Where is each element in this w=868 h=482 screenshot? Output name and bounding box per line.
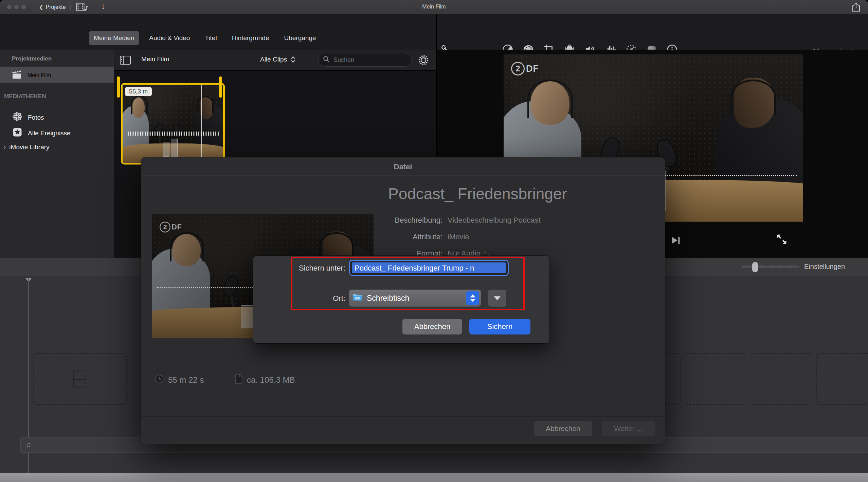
search-icon xyxy=(323,55,330,64)
field-label: Beschreibung: xyxy=(358,216,442,225)
dialog-cancel-button[interactable]: Abbrechen xyxy=(534,421,592,436)
sidebar-item-label: Alle Ereignisse xyxy=(28,130,71,137)
expand-sheet-button[interactable] xyxy=(488,290,506,307)
duration-info: 55 m 22 s xyxy=(155,374,204,386)
search-input[interactable] xyxy=(333,56,402,64)
dialog-title: Datei xyxy=(141,162,665,171)
zdf-logo: 2DF xyxy=(160,222,182,233)
clip-placeholder-icon xyxy=(73,371,86,388)
tab-titel[interactable]: Titel xyxy=(200,31,221,45)
browser-header: Mein Film Alle Clips xyxy=(114,50,436,71)
header-divider xyxy=(136,50,136,70)
search-field[interactable] xyxy=(318,53,412,67)
clapperboard-icon xyxy=(12,70,22,81)
timeline-placeholder-box xyxy=(751,353,812,405)
tab-hintergruende[interactable]: Hintergründe xyxy=(227,31,274,45)
field-value: iMovie xyxy=(448,233,469,241)
sidebar-item-alle-ereignisse[interactable]: Alle Ereignisse xyxy=(12,127,71,139)
browser-title: Mein Film xyxy=(141,55,169,63)
field-value[interactable]: Videobeschreibung Podcast_ xyxy=(448,216,545,225)
chevron-down-icon xyxy=(494,296,501,300)
trim-handle-left[interactable] xyxy=(117,76,120,98)
settings-button[interactable]: Einstellungen xyxy=(804,263,845,271)
updown-chevrons-icon xyxy=(290,55,296,64)
popup-stepper[interactable] xyxy=(466,291,479,305)
zoom-slider-thumb[interactable] xyxy=(752,262,758,273)
sheet-cancel-button[interactable]: Abbrechen xyxy=(402,319,462,334)
window-title: Mein Film xyxy=(0,4,868,10)
share-icon[interactable] xyxy=(852,2,861,13)
sidebar-item-label: iMovie Library xyxy=(9,143,49,151)
tab-uebergaenge[interactable]: Übergänge xyxy=(279,31,321,45)
sidebar-item-fotos[interactable]: Fotos xyxy=(12,111,44,123)
file-icon xyxy=(235,374,243,386)
dialog-footer-divider xyxy=(141,416,665,417)
attributes-row: Attribute: iMovie xyxy=(358,233,469,241)
sidebar-toggle-icon[interactable] xyxy=(120,55,131,66)
upper-band: Meine Medien Audio & Video Titel Hinterg… xyxy=(0,14,868,50)
skimmer-playhead-line xyxy=(201,85,202,163)
disclosure-chevron-icon[interactable]: › xyxy=(3,143,6,152)
zdf-logo: 2DF xyxy=(511,62,539,75)
clip-duration-badge: 55,3 m xyxy=(125,87,152,96)
fullscreen-expand-icon[interactable] xyxy=(776,233,788,245)
media-clip-thumbnail[interactable]: 55,3 m xyxy=(121,83,225,165)
location-value: Schreibtisch xyxy=(367,294,409,303)
sidebar-item-imovie-library[interactable]: › iMovie Library xyxy=(3,143,50,152)
photos-flower-icon xyxy=(12,111,22,123)
sheet-save-button[interactable]: Sichern xyxy=(469,319,530,334)
export-title-heading[interactable]: Podcast_ Friedensbringer xyxy=(388,185,660,203)
tab-audio-video[interactable]: Audio & Video xyxy=(144,31,195,45)
field-label: Attribute: xyxy=(358,233,442,241)
window-bottom-edge xyxy=(0,473,868,482)
title-bar: ❮Projekte ↓ Mein Film xyxy=(0,0,868,14)
play-to-end-icon[interactable] xyxy=(670,235,681,245)
save-sheet: Sichern unter: Podcast_ Friedensbringer … xyxy=(253,256,549,343)
timeline-placeholder-box xyxy=(816,353,868,405)
imovie-window: ❮Projekte ↓ Mein Film Meine Medien Audio… xyxy=(0,0,868,482)
sidebar-divider xyxy=(0,67,114,67)
description-row: Beschreibung: Videobeschreibung Podcast_ xyxy=(358,216,545,225)
sidebar-section-projektmedien: Projektmedien xyxy=(12,55,52,62)
save-as-row: Sichern unter: xyxy=(273,264,345,273)
dialog-next-button[interactable]: Weiter ... xyxy=(602,421,655,436)
star-box-icon xyxy=(12,127,22,139)
save-as-label: Sichern unter: xyxy=(273,264,345,273)
sidebar-item-mein-film[interactable]: Mein Film xyxy=(0,67,114,83)
timeline-placeholder-box xyxy=(33,353,127,405)
location-label: Ort: xyxy=(273,294,345,303)
dialog-title-divider xyxy=(141,175,665,175)
sidebar-section-mediatheken: MEDIATHEKEN xyxy=(4,93,46,100)
filename-field[interactable]: Podcast_ Friedensbringer Trump - n xyxy=(349,260,509,276)
filter-settings-icon[interactable] xyxy=(418,54,429,67)
folder-icon xyxy=(352,293,363,303)
sidebar-item-label: Fotos xyxy=(28,114,44,121)
sidebar-item-label: Mein Film xyxy=(28,72,51,79)
timeline-placeholder-box xyxy=(685,353,746,405)
filesize-info: ca. 106.3 MB xyxy=(235,374,295,386)
chevron-up-icon xyxy=(470,294,475,297)
media-tabs: Meine Medien Audio & Video Titel Hinterg… xyxy=(89,31,321,45)
clip-photo xyxy=(123,85,223,163)
chevron-down-icon xyxy=(470,299,475,302)
clip-filter-dropdown[interactable]: Alle Clips xyxy=(260,55,296,64)
tab-meine-medien[interactable]: Meine Medien xyxy=(89,31,139,45)
location-row: Ort: xyxy=(273,294,345,303)
timeline-zoom-slider[interactable] xyxy=(742,265,799,268)
clock-icon xyxy=(155,374,164,386)
trim-handle-right[interactable] xyxy=(219,76,222,98)
filename-selected-text[interactable]: Podcast_ Friedensbringer Trump - n xyxy=(352,262,506,273)
sidebar: Projektmedien Mein Film MEDIATHEKEN Foto… xyxy=(0,50,114,258)
music-note-icon: ♫ xyxy=(25,440,31,449)
location-popup[interactable]: Schreibtisch xyxy=(349,290,481,307)
audio-waveform xyxy=(127,132,219,136)
